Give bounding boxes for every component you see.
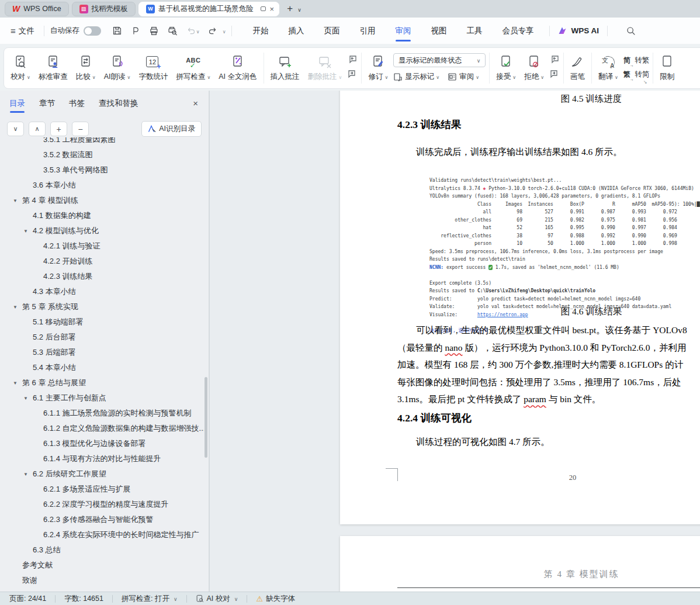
spell-check-button[interactable]: 拼写检查 xyxy=(172,50,214,87)
page-count[interactable]: 页面: 24/41 xyxy=(9,594,46,604)
redo-button[interactable] xyxy=(204,26,222,36)
autosave-toggle[interactable] xyxy=(84,26,101,36)
toc-item[interactable]: 6.1.1 施工场景危险源的实时检测与预警机制 xyxy=(0,406,204,421)
delete-comment-button[interactable]: 删除批注 xyxy=(304,50,346,87)
sidebar-tab[interactable]: 目录 xyxy=(9,98,25,113)
collapse-arrow-icon[interactable] xyxy=(13,305,22,310)
collapse-arrow-icon[interactable] xyxy=(13,381,22,386)
toc-item[interactable]: 3.5.2 数据流图 xyxy=(0,147,204,163)
menu-tab[interactable]: 工具 xyxy=(464,18,484,44)
toc-item[interactable]: 6.3 总结 xyxy=(0,542,204,558)
window-tab-wps-office[interactable]: W WPS Office xyxy=(5,2,69,16)
sidebar-tab[interactable]: 书签 xyxy=(69,98,85,113)
word-count-button[interactable]: 字数统计 xyxy=(134,50,172,87)
toc-item[interactable]: 致谢 xyxy=(0,573,204,588)
toc-item[interactable]: 5.3 后端部署 xyxy=(0,345,204,360)
toc-item[interactable]: 3.5.3 单代号网络图 xyxy=(0,163,204,178)
compare-button[interactable]: 比较 xyxy=(72,50,100,87)
menu-tab[interactable]: 会员专享 xyxy=(500,18,536,44)
word-count-status[interactable]: 字数: 14651 xyxy=(64,594,103,604)
toc-item[interactable]: 6.1.3 模型优化与边缘设备部署 xyxy=(0,436,204,451)
undo-button[interactable] xyxy=(182,26,204,36)
toc-item[interactable]: 6.1.2 自定义危险源数据集的构建与数据增强技... xyxy=(0,421,204,436)
standard-review-button[interactable]: 标准审查 xyxy=(34,50,72,87)
toc-item[interactable]: 第 6 章 总结与展望 xyxy=(0,375,204,390)
menu-tab[interactable]: 引用 xyxy=(357,18,377,44)
toc-item[interactable]: 4.2.1 训练与验证 xyxy=(0,238,204,254)
to-simplified-button[interactable]: 繁 转简 xyxy=(623,70,649,79)
toc-item[interactable]: 6.2.2 深度学习模型的精度与速度提升 xyxy=(0,497,204,512)
toc-item[interactable]: 第 4 章 模型训练 xyxy=(0,193,204,208)
toc-collapse-button[interactable] xyxy=(72,122,89,136)
toc-item[interactable]: 参考文献 xyxy=(0,558,204,573)
review-pane-button[interactable]: 审阅 xyxy=(448,72,479,82)
ai-read-button[interactable]: AI朗读 xyxy=(100,50,135,87)
next-change-button[interactable] xyxy=(550,70,559,80)
toc-previous-button[interactable] xyxy=(29,122,46,136)
window-tab-docer[interactable]: ▨ 找稻壳模板 xyxy=(72,2,136,16)
translate-button[interactable]: 翻译 xyxy=(594,50,622,87)
insert-comment-button[interactable]: 插入批注 xyxy=(266,50,304,87)
sidebar-tab[interactable]: 章节 xyxy=(39,98,55,113)
toc-next-button[interactable] xyxy=(7,122,24,136)
accept-change-button[interactable]: 接受 xyxy=(492,50,520,87)
menu-tab[interactable]: 插入 xyxy=(286,18,306,44)
toc-item[interactable]: 第 5 章 系统实现 xyxy=(0,299,204,314)
toc-item[interactable]: 6.2 后续研究工作展望 xyxy=(0,466,204,482)
collapse-arrow-icon[interactable] xyxy=(13,198,22,203)
toc-item[interactable]: 3.6 本章小结 xyxy=(0,178,204,193)
toc-item[interactable]: 6.2.4 系统在实际环境中的长时间稳定性与推广 xyxy=(0,527,204,542)
toc-item[interactable]: 5.4 本章小结 xyxy=(0,360,204,375)
new-tab-button[interactable]: + xyxy=(287,3,293,15)
toc-item[interactable]: 4.2.3 训练结果 xyxy=(0,269,204,284)
toc-item[interactable]: 4.3 本章小结 xyxy=(0,284,204,299)
print-button[interactable] xyxy=(144,26,163,36)
toc-item[interactable]: 4.1 数据集的构建 xyxy=(0,208,204,223)
sidebar-tab[interactable]: 查找和替换 xyxy=(99,98,138,113)
save-button[interactable] xyxy=(108,26,126,36)
markup-state-select[interactable]: 显示标记的最终状态 xyxy=(393,53,486,67)
document-page-21[interactable]: 第 4 章 模型训练 xyxy=(340,536,700,592)
next-comment-button[interactable] xyxy=(348,70,357,80)
quickbar-caret-icon[interactable] xyxy=(222,26,226,35)
toc-item[interactable]: 5.2 后台部署 xyxy=(0,330,204,345)
collapse-arrow-icon[interactable] xyxy=(23,396,33,401)
toc-item[interactable]: 6.2.1 多场景适应性与扩展 xyxy=(0,482,204,497)
toc-item[interactable]: 5.1 移动端部署 xyxy=(0,314,204,330)
toc-expand-button[interactable] xyxy=(50,122,67,136)
ink-brush-button[interactable]: 画笔 xyxy=(566,50,589,87)
ai-polish-button[interactable]: AI 全文润色 xyxy=(214,50,261,87)
tab-list-caret-icon[interactable] xyxy=(295,5,302,13)
menu-tab[interactable]: 开始 xyxy=(250,18,271,44)
missing-font-warning[interactable]: 缺失字体 xyxy=(256,594,295,604)
toc-item[interactable]: 3.5.1 工程质量因素图 xyxy=(0,137,204,147)
previous-comment-button[interactable] xyxy=(348,55,357,65)
menu-tab[interactable]: 审阅 xyxy=(393,18,413,44)
search-button[interactable] xyxy=(622,26,640,36)
toc-item[interactable]: 6.1 主要工作与创新点 xyxy=(0,390,204,406)
sidebar-close-icon[interactable]: × xyxy=(193,98,198,108)
previous-change-button[interactable] xyxy=(550,55,559,65)
restrict-edit-button[interactable]: 限制 xyxy=(656,50,678,87)
ai-proofread-status[interactable]: AI 校对 xyxy=(196,594,238,604)
show-markup-button[interactable]: 显示标记 xyxy=(393,72,439,82)
tab-window-icon[interactable] xyxy=(261,6,266,11)
toc-item[interactable]: 4.2.2 开始训练 xyxy=(0,254,204,269)
file-menu-button[interactable]: 文件 xyxy=(7,26,38,36)
menu-tab[interactable]: 页面 xyxy=(321,18,342,44)
print-preview-button[interactable] xyxy=(163,26,182,36)
document-page-20[interactable]: 图 4.5 训练进度 4.2.3 训练结果 训练完成后，训练程序输出训练结果如图… xyxy=(340,91,700,524)
ai-recognize-toc-button[interactable]: AI识别目录 xyxy=(141,121,202,137)
collapse-arrow-icon[interactable] xyxy=(23,229,33,234)
toc-item[interactable]: 6.1.4 与现有方法的对比与性能提升 xyxy=(0,451,204,466)
window-tab-document[interactable]: W 基于机器视觉的施工场景危险 xyxy=(138,2,279,16)
menu-tab[interactable]: 视图 xyxy=(428,18,449,44)
to-traditional-button[interactable]: 简 转繁 xyxy=(623,56,649,65)
tab-close-icon[interactable] xyxy=(270,5,275,13)
reject-change-button[interactable]: 拒绝 xyxy=(520,50,548,87)
collapse-arrow-icon[interactable] xyxy=(23,472,33,477)
track-changes-button[interactable]: 修订 xyxy=(364,50,392,87)
dialog-launcher-icon[interactable]: ↘ xyxy=(643,79,647,85)
sidebar-scrollbar-thumb[interactable] xyxy=(205,377,207,458)
toc-item[interactable]: 4.2 模型训练与优化 xyxy=(0,223,204,238)
